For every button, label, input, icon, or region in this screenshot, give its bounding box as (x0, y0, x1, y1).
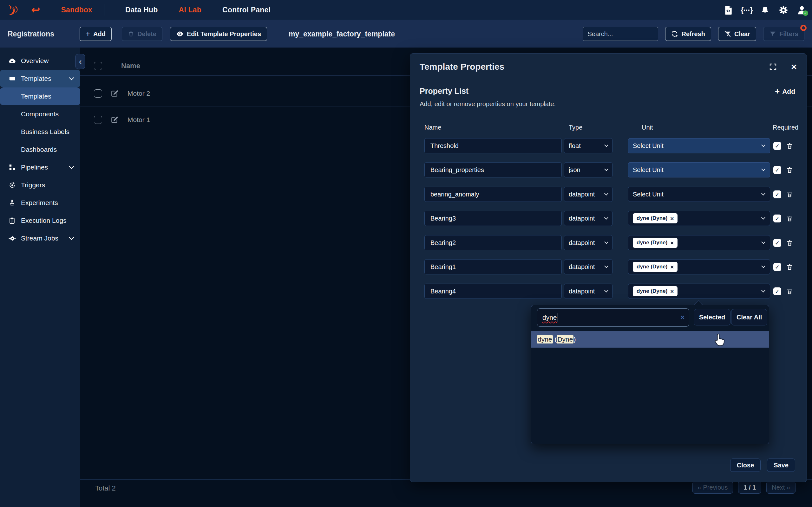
trash-icon[interactable] (786, 142, 793, 150)
property-type-select[interactable]: json (564, 162, 612, 177)
unit-dropdown: dyne × Selected Clear All dyne (Dyne) (531, 305, 769, 444)
property-type-select[interactable]: datapoint (564, 187, 612, 202)
select-all-checkbox[interactable] (94, 62, 102, 70)
trash-icon[interactable] (786, 263, 793, 271)
property-unit-select[interactable]: dyne (Dyne)× (628, 211, 770, 226)
brand-logo-icon[interactable] (6, 3, 20, 17)
property-name-input[interactable] (424, 235, 562, 250)
edit-pencil-icon[interactable] (110, 89, 119, 98)
chip-remove-icon[interactable]: × (670, 288, 674, 294)
edit-template-properties-button[interactable]: Edit Template Properties (170, 27, 267, 41)
refresh-button[interactable]: Refresh (665, 27, 711, 41)
filters-button[interactable]: Filters (763, 27, 804, 41)
property-name-input[interactable] (424, 138, 562, 153)
user-avatar-icon[interactable]: ✓ (797, 5, 807, 15)
expand-fullscreen-icon[interactable] (768, 62, 777, 71)
required-checkbox[interactable]: ✓ (773, 239, 781, 247)
sidebar-item-triggers[interactable]: Triggers (0, 176, 80, 194)
property-name-input[interactable] (424, 284, 562, 299)
chip-remove-icon[interactable]: × (670, 264, 674, 270)
sidebar-item-components[interactable]: Components (0, 105, 80, 123)
unit-option-dyne[interactable]: dyne (Dyne) (531, 331, 769, 348)
chip-remove-icon[interactable]: × (670, 240, 674, 246)
property-unit-select[interactable]: dyne (Dyne)× (628, 235, 770, 250)
property-name-input[interactable] (424, 259, 562, 274)
sidebar: Overview Templates Templates Components … (0, 48, 80, 507)
clear-search-icon[interactable]: × (680, 314, 684, 322)
chip-remove-icon[interactable]: × (670, 216, 674, 222)
trash-icon[interactable] (786, 239, 793, 246)
notifications-bell-icon[interactable] (760, 5, 770, 15)
property-name-input[interactable] (424, 187, 562, 202)
sidebar-item-pipelines[interactable]: Pipelines (0, 158, 80, 176)
clear-filters-button[interactable]: Clear (718, 27, 756, 41)
chevron-down-icon (761, 240, 765, 244)
sidebar-item-experiments[interactable]: Experiments (0, 194, 80, 212)
nav-item-sandbox[interactable]: Sandbox (61, 6, 93, 14)
chevron-down-icon (761, 143, 765, 147)
row-name-label: Motor 2 (128, 90, 150, 97)
required-checkbox[interactable]: ✓ (773, 190, 781, 199)
nav-item-data-hub[interactable]: Data Hub (125, 6, 158, 14)
save-button[interactable]: Save (767, 458, 795, 472)
previous-page-button[interactable]: « Previous (693, 481, 733, 494)
unit-search-input[interactable]: dyne × (537, 308, 689, 327)
panel-title: Template Properties (420, 62, 504, 72)
next-page-button[interactable]: Next » (766, 481, 796, 494)
unit-chip: dyne (Dyne)× (633, 286, 677, 296)
trash-icon[interactable] (786, 288, 793, 295)
trash-icon[interactable] (786, 215, 793, 222)
close-button[interactable]: Close (730, 458, 761, 472)
sidebar-collapse-button[interactable]: ‹ (75, 54, 85, 69)
sidebar-item-overview[interactable]: Overview (0, 52, 80, 70)
trash-icon[interactable] (786, 166, 793, 174)
panel-add-button[interactable]: + Add (775, 87, 795, 96)
plus-icon: + (86, 30, 90, 38)
required-checkbox[interactable]: ✓ (773, 166, 781, 174)
required-checkbox[interactable]: ✓ (773, 287, 781, 295)
sidebar-item-templates-parent[interactable]: Templates (0, 70, 80, 88)
required-checkbox[interactable]: ✓ (773, 263, 781, 271)
property-type-select[interactable]: float (564, 138, 612, 153)
property-name-input[interactable] (424, 211, 562, 226)
delete-button[interactable]: Delete (122, 27, 162, 41)
nav-item-ai-lab[interactable]: AI Lab (179, 6, 201, 14)
unit-search-value: dyne (542, 314, 557, 321)
braces-icon[interactable]: {···} (742, 5, 752, 15)
chevron-down-icon (761, 288, 765, 292)
search-input[interactable] (583, 27, 658, 41)
property-type-select[interactable]: datapoint (564, 259, 612, 274)
file-code-icon[interactable] (723, 5, 733, 15)
selected-filter-button[interactable]: Selected (694, 309, 730, 326)
row-checkbox[interactable] (94, 116, 102, 124)
back-arrow-icon[interactable]: ↩ (31, 4, 40, 15)
sidebar-item-stream-jobs[interactable]: Stream Jobs (0, 229, 80, 247)
property-list-subtitle: Add, edit or remove properties on your t… (420, 101, 556, 108)
trash-icon[interactable] (786, 191, 793, 198)
sidebar-item-execution-logs[interactable]: Execution Logs (0, 212, 80, 229)
eye-icon (176, 30, 184, 38)
add-button[interactable]: + Add (80, 27, 112, 41)
sidebar-item-templates[interactable]: Templates (0, 88, 80, 105)
property-type-select[interactable]: datapoint (564, 211, 612, 226)
property-unit-select[interactable]: dyne (Dyne)× (628, 259, 770, 274)
property-type-select[interactable]: datapoint (564, 235, 612, 250)
row-checkbox[interactable] (94, 89, 102, 98)
edit-pencil-icon[interactable] (110, 116, 119, 124)
property-unit-select[interactable]: Select Unit (628, 138, 770, 153)
sidebar-item-business-labels[interactable]: Business Labels (0, 123, 80, 141)
required-checkbox[interactable]: ✓ (773, 215, 781, 222)
triggers-icon (8, 181, 16, 189)
property-type-select[interactable]: datapoint (564, 284, 612, 299)
page-indicator: 1 / 1 (738, 481, 761, 494)
sidebar-item-dashboards[interactable]: Dashboards (0, 141, 80, 158)
settings-gear-icon[interactable] (778, 5, 789, 15)
clear-all-button[interactable]: Clear All (731, 309, 767, 326)
close-icon[interactable]: × (790, 62, 798, 71)
property-unit-select[interactable]: Select Unit (628, 187, 770, 202)
nav-item-control-panel[interactable]: Control Panel (222, 6, 270, 14)
required-checkbox[interactable]: ✓ (773, 142, 781, 150)
property-name-input[interactable] (424, 162, 562, 177)
property-unit-select[interactable]: dyne (Dyne)× (628, 284, 770, 299)
property-unit-select[interactable]: Select Unit (628, 162, 770, 177)
